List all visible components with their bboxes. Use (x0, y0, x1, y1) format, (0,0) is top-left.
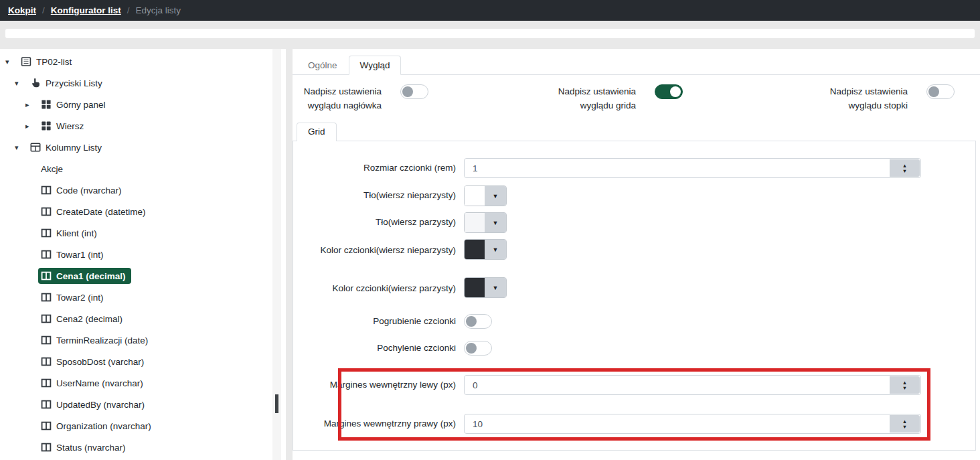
spinner-down-icon[interactable]: ▼ (902, 425, 907, 429)
tree-item-status[interactable]: Status (nvarchar) (0, 437, 272, 458)
padding-left-input[interactable]: 0 ▲▼ (464, 375, 921, 395)
columns-icon (41, 335, 52, 346)
chevron-down-icon: ▼ (493, 220, 499, 226)
toggle-knob (928, 86, 939, 97)
override-footer-toggle[interactable] (926, 84, 955, 99)
spinner-up-icon[interactable]: ▲ (902, 163, 907, 168)
padding-right-spinner[interactable]: ▲▼ (890, 415, 920, 433)
color-dropdown-button[interactable]: ▼ (485, 186, 506, 206)
tree-item-updatedby[interactable]: UpdatedBy (nvarchar) (0, 394, 272, 415)
tree-item-wiersz[interactable]: ▸ Wiersz (0, 115, 272, 137)
spinner-down-icon[interactable]: ▼ (902, 169, 907, 173)
italic-toggle[interactable] (464, 341, 492, 356)
bg-odd-color-select[interactable]: ▼ (464, 185, 507, 206)
list-structure-tree: ▾ TP02-list ▾ Przyciski Listy ▸ Górny pa… (0, 51, 272, 458)
tab-ogolne[interactable]: Ogólne (297, 56, 349, 75)
tree-item-kolumny-listy[interactable]: ▾ Kolumny Listy (0, 137, 272, 158)
bg-odd-label: Tło(wiersz nieparzysty) (293, 185, 456, 206)
grid-icon (41, 121, 52, 131)
font-size-input[interactable]: 1 ▲▼ (464, 158, 921, 178)
tree-item-label: Klient (int) (56, 228, 97, 238)
tree-item-label: Wiersz (56, 121, 84, 131)
font-color-odd-label: Kolor czcionki(wiersz nieparzysty) (293, 236, 456, 265)
breadcrumb: Kokpit / Konfigurator list / Edycja list… (0, 0, 980, 21)
tree-item-label: TP02-list (36, 57, 72, 67)
tree-panel: ▾ TP02-list ▾ Przyciski Listy ▸ Górny pa… (0, 49, 286, 460)
bold-label: Pogrubienie czcionki (293, 314, 456, 329)
color-swatch (465, 240, 485, 259)
caret-down-icon[interactable]: ▾ (5, 58, 18, 66)
tree-item-organization[interactable]: Organization (nvarchar) (0, 415, 272, 437)
caret-right-icon[interactable]: ▸ (25, 122, 38, 131)
override-header-toggle[interactable] (400, 84, 428, 99)
grid-icon (41, 99, 52, 110)
override-footer-label: Nadpisz ustawienia wyglądu stopki (821, 84, 908, 112)
caret-right-icon[interactable]: ▸ (25, 100, 38, 109)
tab-wyglad[interactable]: Wygląd (349, 56, 402, 75)
spinner-down-icon[interactable]: ▼ (902, 386, 907, 390)
caret-down-icon[interactable]: ▾ (15, 143, 27, 152)
editor-panel: Ogólne Wygląd Nadpisz ustawienia wyglądu… (293, 49, 980, 460)
padding-right-label: Margines wewnętrzny prawy (px) (293, 409, 456, 439)
tree-item-terminrealizacji[interactable]: TerminRealizacji (date) (0, 329, 272, 351)
font-color-even-select[interactable]: ▼ (464, 277, 507, 298)
chevron-down-icon: ▼ (493, 246, 499, 253)
tree-item-label: UserName (nvarchar) (56, 378, 143, 388)
caret-down-icon[interactable]: ▾ (15, 79, 27, 88)
override-grid-label: Nadpisz ustawienia wyglądu grida (550, 84, 636, 112)
override-grid-toggle[interactable] (655, 84, 683, 99)
breadcrumb-separator: / (127, 5, 130, 15)
padding-right-input[interactable]: 10 ▲▼ (464, 414, 921, 434)
tree-item-gorny-panel[interactable]: ▸ Górny panel (0, 94, 272, 115)
tree-scrollbar[interactable] (272, 49, 281, 460)
list-icon (21, 56, 31, 67)
font-size-label: Rozmiar czcionki (rem) (293, 158, 456, 178)
bg-even-color-select[interactable]: ▼ (464, 212, 507, 233)
columns-icon (41, 313, 52, 324)
toggle-knob (466, 316, 477, 327)
spinner-up-icon[interactable]: ▲ (902, 419, 907, 424)
color-dropdown-button[interactable]: ▼ (485, 213, 506, 232)
tree-item-code[interactable]: Code (nvarchar) (0, 179, 272, 201)
tree-item-towar1[interactable]: Towar1 (int) (0, 244, 272, 265)
tree-item-label: Code (nvarchar) (56, 185, 122, 196)
font-color-even-label: Kolor czcionki(wiersz parzysty) (293, 274, 456, 303)
tree-item-klient[interactable]: Klient (int) (0, 222, 272, 244)
tree-item-username[interactable]: UserName (nvarchar) (0, 372, 272, 394)
tree-item-label: Przyciski Listy (46, 78, 102, 88)
color-dropdown-button[interactable]: ▼ (485, 240, 506, 259)
tree-item-przyciski-listy[interactable]: ▾ Przyciski Listy (0, 72, 272, 94)
chevron-down-icon: ▼ (493, 193, 499, 200)
breadcrumb-kokpit[interactable]: Kokpit (8, 5, 36, 15)
tree-item-createdate[interactable]: CreateDate (datetime) (0, 201, 272, 222)
tree-item-akcje[interactable]: Akcje (0, 158, 272, 179)
padding-right-value: 10 (473, 419, 483, 429)
italic-label: Pochylenie czcionki (293, 341, 456, 356)
padding-left-spinner[interactable]: ▲▼ (890, 376, 920, 394)
columns-icon (41, 356, 52, 367)
breadcrumb-konfigurator-list[interactable]: Konfigurator list (51, 5, 121, 15)
columns-icon (41, 292, 52, 303)
tab-grid[interactable]: Grid (297, 123, 337, 141)
color-dropdown-button[interactable]: ▼ (485, 278, 506, 297)
toggle-knob (402, 86, 413, 97)
tree-item-tp02-list[interactable]: ▾ TP02-list (0, 51, 272, 72)
bg-even-label: Tło(wiersz parzysty) (293, 212, 456, 232)
padding-left-value: 0 (473, 380, 478, 390)
font-size-spinner[interactable]: ▲▼ (890, 159, 920, 177)
tree-item-cena2[interactable]: Cena2 (decimal) (0, 308, 272, 329)
override-footer-group: Nadpisz ustawienia wyglądu stopki (821, 84, 955, 112)
tree-scrollbar-thumb[interactable] (275, 394, 278, 413)
tree-item-towar2[interactable]: Towar2 (int) (0, 287, 272, 308)
bold-toggle[interactable] (464, 314, 492, 329)
tree-item-cena1-selected[interactable]: Cena1 (decimal) (0, 265, 272, 287)
tree-item-sposobdost[interactable]: SposobDost (varchar) (0, 351, 272, 372)
columns-icon (41, 228, 52, 238)
empty-toolbar-strip (5, 29, 975, 38)
columns-icon (41, 206, 52, 217)
tree-item-label: Towar2 (int) (56, 293, 104, 303)
spinner-up-icon[interactable]: ▲ (902, 380, 907, 385)
columns-icon (41, 378, 52, 388)
font-color-odd-select[interactable]: ▼ (464, 239, 507, 260)
tree-item-label: CreateDate (datetime) (56, 207, 146, 217)
